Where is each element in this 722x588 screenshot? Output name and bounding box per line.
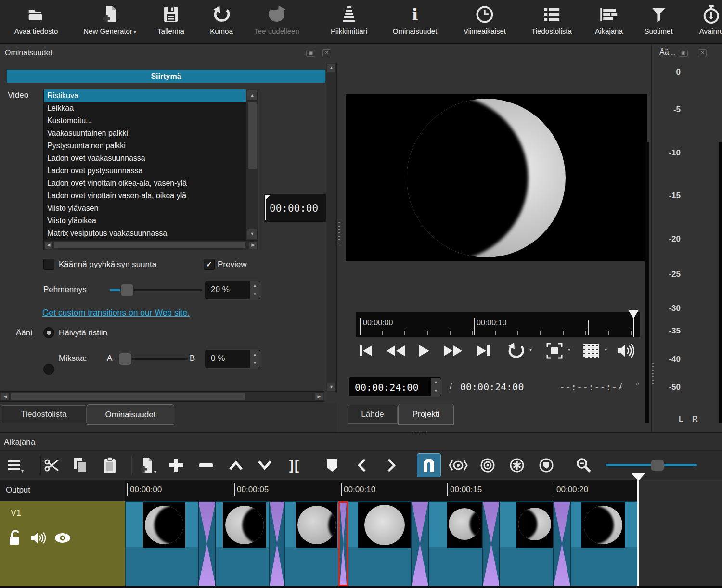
filters-button[interactable]: Suotimet	[644, 3, 672, 35]
scroll-thumb[interactable]	[53, 242, 246, 249]
timeline-clip[interactable]	[500, 501, 554, 586]
softness-spinbox[interactable]: 20 % ▲▼	[205, 281, 261, 300]
playlist-button[interactable]: Tiedostolista	[531, 3, 572, 35]
list-hscrollbar[interactable]: ◀ ▶	[43, 240, 258, 250]
fast-forward-button[interactable]	[441, 339, 464, 362]
keyframes-button[interactable]: Avainru	[699, 3, 722, 35]
timeline-clip[interactable]	[284, 501, 338, 586]
tab-project[interactable]: Projekti	[398, 404, 454, 425]
timeline-transition-selected[interactable]	[338, 501, 348, 586]
timeline-button[interactable]: Aikajana	[595, 3, 623, 35]
scroll-down-icon[interactable]: ▼	[327, 383, 336, 391]
timeline-transition[interactable]	[483, 501, 500, 586]
copy-button[interactable]	[69, 454, 91, 476]
open-file-button[interactable]: Avaa tiedosto	[14, 3, 58, 35]
zoom-menu-chevron-icon[interactable]: ▾	[568, 347, 570, 352]
marker-button[interactable]	[321, 454, 343, 476]
volume-button[interactable]	[614, 339, 637, 362]
timeline-zoom-out-button[interactable]	[573, 454, 595, 476]
spin-up-icon[interactable]: ▲	[431, 378, 441, 387]
list-vscrollbar[interactable]: ▲ ▼	[246, 89, 258, 240]
timeline-clip[interactable]	[125, 501, 198, 586]
spin-down-icon[interactable]: ▼	[250, 359, 260, 368]
list-item[interactable]: Viisto ylävasen	[44, 202, 246, 215]
timeline-transition[interactable]	[412, 501, 428, 586]
overwrite-down-button[interactable]	[254, 454, 276, 476]
list-item[interactable]: Vaakasuuntainen palkki	[44, 127, 246, 140]
timeline-zoom-slider-handle[interactable]	[651, 460, 664, 471]
paste-button[interactable]	[99, 454, 121, 476]
timeline-clip[interactable]	[348, 501, 412, 586]
overwrite-button[interactable]	[165, 454, 187, 476]
timeline-clip[interactable]	[570, 501, 638, 586]
close-panel-icon[interactable]: ✕	[698, 49, 707, 57]
peak-meter-button[interactable]: Piikkimittari	[331, 3, 367, 35]
ripple-toggle-button[interactable]	[477, 454, 499, 476]
mix-slider-handle[interactable]	[118, 353, 132, 365]
tab-playlist[interactable]: Tiedostolista	[1, 405, 87, 423]
scroll-right-icon[interactable]: ▶	[249, 241, 258, 249]
save-button[interactable]: Tallenna	[157, 3, 184, 35]
timeline-transition[interactable]	[270, 501, 284, 586]
spin-up-icon[interactable]: ▲	[250, 350, 260, 359]
custom-transitions-link[interactable]: Get custom transitions on our Web site.	[42, 308, 190, 318]
loop-button[interactable]	[504, 339, 528, 362]
zoom-fit-button[interactable]	[543, 339, 566, 362]
timeline-transition[interactable]	[198, 501, 216, 586]
softness-slider-handle[interactable]	[120, 284, 134, 296]
rewind-button[interactable]	[384, 339, 407, 362]
loop-menu-chevron-icon[interactable]: ▾	[529, 347, 532, 352]
undo-button[interactable]: Kumoa	[210, 3, 233, 35]
scroll-up-icon[interactable]: ▲	[327, 64, 336, 72]
float-panel-icon[interactable]: ▣	[306, 50, 315, 57]
mix-radio[interactable]	[43, 364, 54, 375]
playhead-line[interactable]	[633, 312, 634, 337]
invert-wipe-checkbox[interactable]	[43, 259, 54, 270]
track-hide-icon[interactable]	[54, 532, 71, 544]
crossfade-radio[interactable]	[43, 327, 54, 338]
skip-to-start-button[interactable]	[354, 339, 377, 362]
tab-properties[interactable]: Ominaisuudet	[87, 404, 174, 425]
lift-button[interactable]	[225, 454, 247, 476]
list-item[interactable]: Ladon ovet vinottain oikea-ala, vasen-yl…	[44, 177, 246, 190]
tab-source[interactable]: Lähde	[348, 405, 398, 424]
cut-button[interactable]	[41, 454, 63, 476]
spin-down-icon[interactable]: ▼	[431, 387, 441, 396]
list-item[interactable]: Ladon ovet pystysuunnassa	[44, 165, 246, 177]
grid-menu-chevron-icon[interactable]: ▾	[605, 347, 607, 352]
scroll-thumb[interactable]	[247, 101, 257, 169]
spin-down-icon[interactable]: ▼	[250, 290, 260, 299]
close-panel-icon[interactable]: ✕	[322, 49, 331, 57]
ripple-all-tracks-button[interactable]	[506, 454, 528, 476]
skip-to-end-button[interactable]	[472, 339, 495, 362]
float-panel-icon[interactable]: ▣	[679, 50, 688, 57]
scroll-left-icon[interactable]: ◀	[1, 392, 10, 401]
splitter-handle[interactable]	[652, 363, 654, 385]
splitter-handle[interactable]	[338, 222, 340, 244]
list-item[interactable]: Ladon ovet vinottain vasen-ala, oikea yl…	[44, 190, 246, 202]
preview-scrubber[interactable]: 00:00:00 00:00:10	[356, 312, 640, 337]
scroll-down-icon[interactable]: ▼	[247, 229, 258, 239]
preview-checkbox[interactable]: ✓	[204, 259, 215, 270]
list-item[interactable]: Viisto yläoikea	[44, 215, 246, 227]
ripple-markers-button[interactable]	[535, 454, 557, 476]
scroll-right-icon[interactable]: ▶	[315, 392, 323, 401]
snap-toggle-button[interactable]	[417, 453, 441, 477]
list-item[interactable]: Ristikuva	[44, 89, 246, 102]
grid-button[interactable]	[580, 339, 603, 362]
timeline-ruler[interactable]: 00:00:00 00:00:05 00:00:10 00:00:15 00:0…	[126, 480, 638, 501]
redo-button[interactable]: Tee uudelleen	[254, 3, 299, 35]
panel-hscrollbar[interactable]: ◀ ▶	[0, 391, 324, 402]
new-generator-button[interactable]: New Generator ▾	[83, 3, 136, 35]
output-track-header[interactable]: Output	[0, 480, 126, 501]
split-button[interactable]: ][	[284, 454, 306, 476]
timeline-clip[interactable]	[428, 501, 483, 586]
list-item[interactable]: Kustomoitu...	[44, 115, 246, 127]
scroll-thumb[interactable]	[10, 393, 245, 400]
next-marker-button[interactable]	[380, 454, 402, 476]
mix-spinbox[interactable]: 0 % ▲▼	[205, 349, 261, 369]
list-item[interactable]: Leikkaa	[44, 102, 246, 115]
track-mute-icon[interactable]	[30, 531, 46, 545]
list-item[interactable]: Matrix vesiputous vaakasuunnassa	[44, 227, 246, 240]
recent-button[interactable]: Viimeaikaiset	[464, 3, 506, 35]
